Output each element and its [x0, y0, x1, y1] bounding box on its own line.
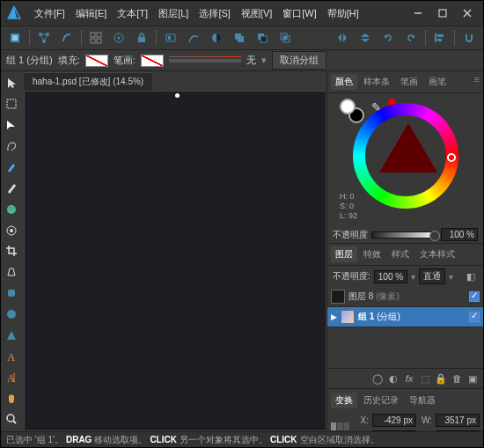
- node-tool[interactable]: [1, 115, 22, 136]
- canvas[interactable]: [24, 91, 326, 431]
- shape-triangle-tool[interactable]: [1, 326, 22, 346]
- y-input[interactable]: -45 px: [372, 430, 416, 431]
- maximize-button[interactable]: [430, 4, 455, 22]
- flip-h-icon[interactable]: [332, 28, 353, 48]
- context-toolbar: 组 1 (分组) 填充: 笔画: 无 ▾ 取消分组: [1, 50, 483, 71]
- menu-text[interactable]: 文本[T]: [114, 5, 151, 22]
- zoom-tool[interactable]: [1, 409, 22, 430]
- marquee-tool[interactable]: [1, 94, 22, 114]
- menu-window[interactable]: 窗口[W]: [279, 5, 320, 22]
- anchor-selector[interactable]: [331, 422, 349, 432]
- brush-tool[interactable]: [1, 178, 22, 198]
- menu-select[interactable]: 选择[S]: [195, 5, 233, 22]
- text-tool[interactable]: A: [1, 346, 22, 366]
- tab-brushes[interactable]: 画笔: [424, 74, 451, 90]
- fill-tool[interactable]: [1, 220, 22, 240]
- tab-swatches[interactable]: 样本条: [359, 74, 394, 90]
- add-layer-icon[interactable]: ▣: [466, 371, 480, 386]
- opacity-value[interactable]: 100 %: [441, 228, 478, 241]
- grid-icon[interactable]: [85, 28, 106, 48]
- shape-ellipse-tool[interactable]: [1, 305, 22, 325]
- menu-view[interactable]: 视图[V]: [238, 5, 275, 22]
- pen-tool[interactable]: [1, 158, 22, 178]
- corner-icon[interactable]: [56, 28, 77, 48]
- target-icon[interactable]: [108, 28, 129, 48]
- transform-panel-tabs: 变换 历史记录 导航器: [331, 393, 480, 412]
- lock-layer-icon[interactable]: 🔒: [434, 371, 448, 386]
- svg-point-6: [39, 33, 42, 36]
- tab-navigator[interactable]: 导航器: [405, 393, 440, 408]
- tab-color[interactable]: 颜色: [331, 74, 357, 90]
- tab-effects[interactable]: 特效: [359, 246, 385, 262]
- svg-point-32: [12, 207, 14, 209]
- tab-stroke[interactable]: 笔画: [396, 74, 422, 90]
- flip-v-icon[interactable]: [355, 28, 376, 48]
- blend-mode-select[interactable]: 直通: [419, 268, 445, 284]
- menu-help[interactable]: 帮助[H]: [324, 5, 363, 22]
- mask-icon[interactable]: ◯: [370, 371, 385, 386]
- hue-handle[interactable]: [447, 153, 456, 162]
- hand-tool[interactable]: [1, 388, 22, 408]
- tab-history[interactable]: 历史记录: [359, 393, 403, 408]
- delete-layer-icon[interactable]: 🗑: [450, 371, 464, 386]
- menu-layer[interactable]: 图层[L]: [155, 5, 192, 22]
- contrast-icon[interactable]: [206, 28, 227, 48]
- snap-icon[interactable]: [458, 28, 480, 48]
- perspective-tool[interactable]: [1, 262, 22, 283]
- titlebar: 文件[F] 编辑[E] 文本[T] 图层[L] 选择[S] 视图[V] 窗口[W…: [1, 1, 483, 26]
- layer-settings-icon[interactable]: ◧: [464, 269, 478, 283]
- layer-row[interactable]: 图层 8 (像素): [327, 287, 483, 307]
- crop-tool[interactable]: [1, 241, 22, 261]
- tab-layers[interactable]: 图层: [331, 246, 357, 262]
- svg-rect-10: [97, 33, 101, 37]
- minimize-button[interactable]: [406, 4, 430, 22]
- menu-edit[interactable]: 编辑[E]: [72, 5, 110, 22]
- layer-opacity-value[interactable]: 100 %: [374, 270, 407, 283]
- layer-visible-checkbox[interactable]: [469, 291, 480, 302]
- lock-icon[interactable]: [131, 28, 152, 48]
- opacity-slider[interactable]: [371, 231, 437, 239]
- curves-icon[interactable]: [183, 28, 204, 48]
- paint-tool[interactable]: [1, 199, 22, 219]
- tab-styles[interactable]: 样式: [387, 246, 414, 262]
- fx-icon[interactable]: fx: [402, 371, 416, 386]
- w-input[interactable]: 3517 px: [436, 414, 480, 427]
- menu-file[interactable]: 文件[F]: [31, 5, 69, 22]
- move-tool[interactable]: [1, 73, 22, 93]
- canvas-handle[interactable]: [175, 93, 180, 98]
- svg-rect-19: [235, 33, 241, 40]
- x-input[interactable]: -429 px: [372, 414, 416, 427]
- crop-layer-icon[interactable]: ⬚: [418, 371, 432, 386]
- expand-icon[interactable]: ▶: [331, 312, 337, 321]
- document-tabs: haha-1.psd [已修改] (14.5%): [24, 71, 326, 91]
- boolean-int-icon[interactable]: [275, 28, 296, 48]
- stroke-width-slider[interactable]: [169, 59, 241, 62]
- svg-rect-12: [97, 39, 101, 43]
- rotate-cw-icon[interactable]: [400, 28, 422, 48]
- layer-row[interactable]: ▶ 组 1 (分组): [327, 307, 483, 327]
- boolean-sub-icon[interactable]: [252, 28, 273, 48]
- stroke-swatch[interactable]: [141, 55, 164, 67]
- shape-rect-tool[interactable]: [1, 283, 22, 304]
- fg-color-swatch[interactable]: [340, 99, 356, 114]
- ungroup-button[interactable]: 取消分组: [272, 51, 326, 70]
- document-tab[interactable]: haha-1.psd [已修改] (14.5%): [24, 72, 152, 91]
- align-icon[interactable]: [429, 28, 451, 48]
- close-button[interactable]: [455, 4, 480, 22]
- svg-point-18: [212, 33, 221, 42]
- color-wheel[interactable]: ✎: [340, 99, 472, 213]
- fill-swatch[interactable]: [85, 55, 108, 67]
- layer-visible-checkbox[interactable]: [469, 312, 480, 322]
- text-frame-tool[interactable]: A: [1, 367, 22, 387]
- tab-transform[interactable]: 变换: [331, 393, 357, 408]
- boolean-add-icon[interactable]: [229, 28, 250, 48]
- h-input[interactable]: 3661 px: [436, 430, 480, 431]
- tab-textstyles[interactable]: 文本样式: [415, 246, 459, 262]
- rotate-ccw-icon[interactable]: [378, 28, 399, 48]
- panel-menu-icon[interactable]: ≡: [474, 74, 480, 90]
- lasso-tool[interactable]: [1, 136, 22, 157]
- adjust-icon[interactable]: ◐: [386, 371, 400, 386]
- persona-photo-icon[interactable]: [4, 28, 26, 48]
- assets-icon[interactable]: [160, 28, 181, 48]
- node-icon[interactable]: [33, 28, 55, 48]
